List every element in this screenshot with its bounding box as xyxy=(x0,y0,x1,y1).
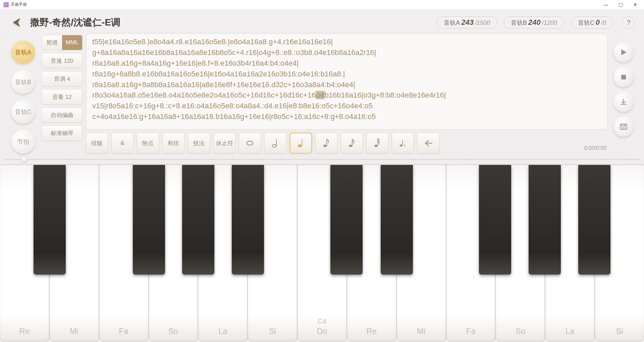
track-tabs: 音轨A 音轨B 音轨C 节拍 xyxy=(8,33,38,154)
black-key-4[interactable] xyxy=(232,165,264,275)
keyboard-view-button[interactable] xyxy=(613,117,634,137)
app-icon xyxy=(3,2,9,7)
triplet-button[interactable]: 3 xyxy=(392,133,414,154)
eighth-note-icon xyxy=(322,138,331,149)
chord-button[interactable]: 和弦 xyxy=(162,133,184,154)
black-key-1[interactable] xyxy=(34,165,66,275)
backspace-button[interactable] xyxy=(417,133,439,154)
black-key-7[interactable] xyxy=(479,165,511,275)
track-tab-c[interactable]: 音轨C xyxy=(11,100,35,124)
technique-button[interactable]: 技法 xyxy=(188,133,210,154)
quarter-note-button[interactable] xyxy=(290,133,312,154)
thirtysecond-note-icon xyxy=(373,138,382,149)
svg-point-7 xyxy=(349,145,352,147)
half-note-button[interactable] xyxy=(264,133,286,154)
help-button[interactable]: ? xyxy=(623,16,635,28)
svg-text:3: 3 xyxy=(404,144,406,147)
volume-button[interactable]: 音量 12 xyxy=(42,89,83,105)
track-tab-a[interactable]: 音轨A xyxy=(11,40,35,64)
download-button[interactable] xyxy=(613,92,634,112)
mml-editor[interactable]: t55|e16a16o5e8.|e8o4a4.r8.e16a16o5e8.|e8… xyxy=(86,33,608,129)
param-column: 简谱 MML 音速 120 音调 4 音量 12 自动编曲 标准钢琴 xyxy=(42,33,83,154)
svg-point-5 xyxy=(323,145,327,147)
key-button[interactable]: 音调 4 xyxy=(42,71,83,87)
notation-tab-mml[interactable]: MML xyxy=(62,35,82,50)
piano-keyboard: Re Mi Fa So La Si C4Do Re Mi Fa So La Si xyxy=(0,164,644,342)
tie-button[interactable]: & xyxy=(111,133,133,154)
stop-button[interactable] xyxy=(613,67,634,87)
black-key-8[interactable] xyxy=(529,165,561,275)
backspace-icon xyxy=(424,138,433,149)
eighth-note-button[interactable] xyxy=(315,133,337,154)
main-row: 音轨A 音轨B 音轨C 节拍 简谱 MML 音速 120 音调 4 音量 12 … xyxy=(0,33,644,154)
mml-cursor: o4 xyxy=(316,91,324,99)
notation-tab-jianpu[interactable]: 简谱 xyxy=(42,35,62,50)
back-button[interactable] xyxy=(9,15,23,30)
maximize-button[interactable]: ▢ xyxy=(613,0,628,9)
sixteenth-note-icon xyxy=(347,138,356,149)
black-key-6[interactable] xyxy=(381,165,413,275)
stop-icon xyxy=(621,74,627,80)
whole-note-icon xyxy=(246,138,254,149)
svg-point-1 xyxy=(272,145,276,147)
song-title: 撒野-奇然/沈谧仁-E调 xyxy=(30,16,120,29)
editor: t55|e16a16o5e8.|e8o4a4.r8.e16a16o5e8.|e8… xyxy=(86,33,608,154)
sixteenth-note-button[interactable] xyxy=(341,133,363,154)
close-button[interactable]: ✕ xyxy=(628,0,643,9)
auto-compose-button[interactable]: 自动编曲 xyxy=(42,107,83,123)
slider-track xyxy=(4,159,640,160)
rest-button[interactable]: 休止符 xyxy=(213,133,235,154)
time-display: 0:00/0:00 xyxy=(584,135,608,151)
black-key-3[interactable] xyxy=(182,165,214,275)
black-key-9[interactable] xyxy=(578,165,610,275)
black-key-2[interactable] xyxy=(133,165,165,275)
download-icon xyxy=(620,98,627,106)
track-stat-a[interactable]: 音轨A 243 /1500 xyxy=(437,16,497,28)
track-tab-b[interactable]: 音轨B xyxy=(11,70,35,94)
track-stat-b[interactable]: 音轨B 240 /1200 xyxy=(504,16,564,28)
black-key-5[interactable] xyxy=(330,165,363,275)
header: 撒野-奇然/沈谧仁-E调 音轨A 243 /1500 音轨B 240 /1200… xyxy=(0,9,644,33)
whole-note-button[interactable] xyxy=(239,133,261,154)
minimize-button[interactable]: — xyxy=(598,0,613,9)
svg-rect-14 xyxy=(621,75,626,79)
window-title: 天谕手游 xyxy=(11,2,598,7)
svg-rect-20 xyxy=(625,124,626,127)
notation-tabs: 简谱 MML xyxy=(42,35,83,50)
title-bar: 天谕手游 — ▢ ✕ xyxy=(0,0,644,9)
instrument-button[interactable]: 标准钢琴 xyxy=(42,125,83,141)
slider-thumb[interactable] xyxy=(21,156,28,162)
svg-point-9 xyxy=(374,145,378,147)
keyboard-icon xyxy=(620,123,627,130)
svg-point-0 xyxy=(247,141,253,145)
back-icon xyxy=(10,16,23,29)
tool-row: 排版 & 附点 和弦 技法 休止符 xyxy=(86,133,608,154)
position-slider[interactable] xyxy=(4,157,640,162)
svg-rect-19 xyxy=(621,124,622,127)
svg-point-3 xyxy=(298,145,302,147)
play-button[interactable] xyxy=(613,42,634,62)
triplet-icon: 3 xyxy=(398,138,407,149)
dot-button[interactable]: 附点 xyxy=(137,133,159,154)
svg-point-11 xyxy=(399,145,402,147)
format-button[interactable]: 排版 xyxy=(86,133,108,154)
action-column xyxy=(611,33,636,154)
app-content: 撒野-奇然/沈谧仁-E调 音轨A 243 /1500 音轨B 240 /1200… xyxy=(0,9,644,342)
quarter-note-icon xyxy=(297,138,305,149)
tempo-tab[interactable]: 节拍 xyxy=(11,130,35,154)
track-stat-c[interactable]: 音轨C 0 /0 xyxy=(571,16,613,28)
thirtysecond-note-button[interactable] xyxy=(366,133,388,154)
half-note-icon xyxy=(271,138,280,149)
speed-button[interactable]: 音速 120 xyxy=(42,53,83,68)
play-icon xyxy=(620,49,627,56)
